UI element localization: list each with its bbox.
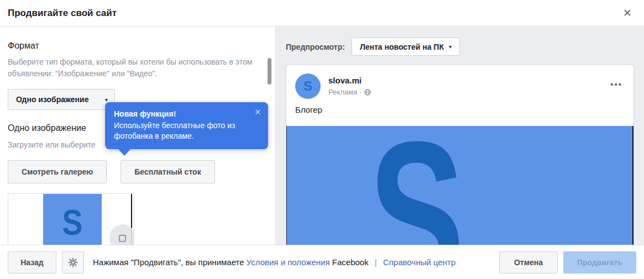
legal-separator: | (375, 257, 377, 267)
chevron-down-icon: ▾ (105, 97, 108, 103)
ad-image: S (286, 126, 633, 245)
format-panel: Формат Выберите тип формата, который вы … (0, 27, 275, 245)
crop-image-button[interactable] (109, 224, 134, 245)
sponsored-label: Реклама · (328, 88, 362, 96)
ad-preview-card: S slova.mi Реклама · ••• Блогер S (286, 65, 634, 245)
format-dropdown-value: Одно изображение (16, 95, 88, 104)
tooltip-title: Новая функция! (114, 109, 259, 118)
free-stock-button[interactable]: Бесплатный сток (121, 160, 214, 183)
dialog-footer: Назад Нажимая "Продвигать", вы принимает… (0, 245, 644, 279)
promote-site-dialog: Продвигайте свой сайт ✕ Формат Выберите … (0, 0, 644, 279)
back-button[interactable]: Назад (8, 251, 56, 273)
sponsored-row: Реклама · (328, 88, 371, 96)
selected-image-thumbnail[interactable]: S (8, 193, 134, 245)
ad-image-letter: S (369, 134, 464, 245)
tooltip-arrow (118, 149, 130, 156)
legal-text: Нажимая "Продвигать", вы принимаете Усло… (93, 257, 455, 267)
avatar-letter: S (303, 78, 312, 94)
settings-button[interactable] (62, 251, 84, 273)
placement-dropdown-value: Лента новостей на ПК (360, 43, 444, 51)
promote-button[interactable]: Продвигать (563, 251, 636, 273)
cancel-button[interactable]: Отмена (499, 251, 558, 273)
new-feature-tooltip: Новая функция! Используйте бесплатные фо… (105, 102, 268, 149)
preview-label: Предпросмотр: (286, 43, 345, 51)
dialog-body: Формат Выберите тип формата, который вы … (0, 27, 644, 245)
thumbnail-letter: S (62, 202, 82, 243)
format-dropdown[interactable]: Одно изображение ▾ (8, 89, 115, 110)
placement-dropdown[interactable]: Лента новостей на ПК ▾ (352, 38, 460, 56)
chevron-down-icon: ▾ (449, 44, 452, 50)
close-icon[interactable]: ✕ (619, 6, 636, 20)
terms-link[interactable]: Условия и положения (247, 257, 330, 267)
thumbnail-image: S (43, 194, 102, 245)
view-gallery-button[interactable]: Смотреть галерею (8, 160, 107, 183)
globe-icon (364, 89, 371, 96)
format-section-title: Формат (8, 41, 267, 51)
page-name-link[interactable]: slova.mi (328, 76, 362, 85)
image-source-buttons: Смотреть галерею Бесплатный сток (8, 160, 267, 183)
left-panel-scrollbar[interactable] (268, 58, 271, 85)
tooltip-close-icon[interactable]: ✕ (254, 108, 261, 117)
legal-prefix: Нажимая "Продвигать", вы принимаете (93, 257, 244, 267)
preview-header: Предпросмотр: Лента новостей на ПК ▾ (286, 38, 460, 56)
dialog-header: Продвигайте свой сайт ✕ (0, 0, 644, 27)
crop-icon (119, 235, 126, 242)
gear-icon (68, 257, 78, 267)
format-description: Выберите тип формата, который вы хотели … (8, 56, 262, 80)
help-center-link[interactable]: Справочный центр (383, 257, 455, 267)
preview-panel: Предпросмотр: Лента новостей на ПК ▾ S s… (275, 27, 644, 245)
avatar[interactable]: S (295, 73, 321, 99)
dialog-title: Продвигайте свой сайт (8, 8, 117, 19)
post-text: Блогер (295, 105, 322, 114)
post-options-icon[interactable]: ••• (610, 80, 622, 89)
tooltip-body: Используйте бесплатные фото из фотобанка… (114, 120, 241, 141)
facebook-word: Facebook (332, 257, 369, 267)
